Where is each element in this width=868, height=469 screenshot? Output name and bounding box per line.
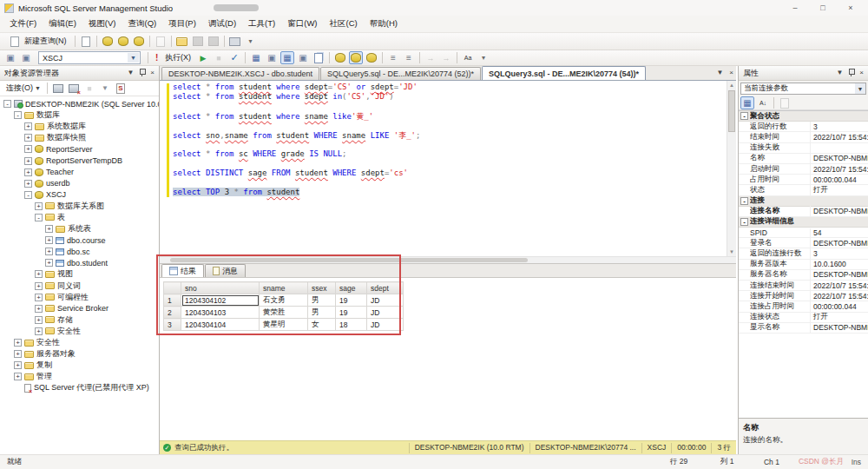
property-row[interactable]: 返回的行数 3 xyxy=(739,122,868,132)
save-all-icon[interactable] xyxy=(207,35,220,48)
tree-expander[interactable]: + xyxy=(35,327,43,335)
row-number[interactable]: 3 xyxy=(164,319,181,331)
property-value[interactable]: DESKTOP-NBME2IK xyxy=(811,154,868,162)
editor-line[interactable]: select * from student where sname like'黄… xyxy=(173,111,725,121)
profiler-icon[interactable] xyxy=(114,82,128,95)
toolbar-overflow-icon[interactable] xyxy=(477,51,490,64)
tree-expander[interactable]: + xyxy=(45,225,53,233)
close-document-icon[interactable]: × xyxy=(729,69,733,76)
estimated-plan-icon[interactable] xyxy=(249,51,263,64)
tree-expander[interactable]: + xyxy=(24,122,32,130)
property-row[interactable]: 状态 打开 xyxy=(739,185,868,195)
property-value[interactable]: DESKTOP-NBME2IK xyxy=(811,323,868,332)
property-row[interactable]: 结束时间 2022/10/7 15:54:08 xyxy=(739,132,868,142)
editor-line[interactable] xyxy=(173,178,725,188)
sql-editor[interactable]: select * from student where sdept='CS' o… xyxy=(160,81,736,256)
tree-item[interactable]: - 表 xyxy=(0,212,159,223)
section-expander[interactable]: - xyxy=(740,197,748,205)
window-menu-icon[interactable]: ▼ xyxy=(836,69,843,76)
menu-item[interactable]: 文件(F) xyxy=(3,18,43,30)
document-tab[interactable]: DESKTOP-NBME2IK.XSCJ - dbo.student xyxy=(161,67,319,80)
tree-item[interactable]: + 数据库快照 xyxy=(0,132,159,143)
tree-item[interactable]: + 存储 xyxy=(0,314,159,326)
tree-expander[interactable]: - xyxy=(24,191,32,199)
results-to-grid-icon[interactable] xyxy=(349,51,363,64)
cell-sno[interactable]: 1204304103 xyxy=(181,307,260,319)
connect-server-icon[interactable] xyxy=(51,82,65,95)
parse-check-icon[interactable] xyxy=(227,51,241,64)
tree-item[interactable]: + 复制 xyxy=(0,360,159,371)
tree-expander[interactable]: + xyxy=(14,373,22,380)
property-row[interactable]: 占用时间 00:00:00.044 xyxy=(739,175,868,185)
tree-expander[interactable]: + xyxy=(35,305,43,313)
messages-tab[interactable]: 消息 xyxy=(205,264,246,277)
results-to-text-icon[interactable] xyxy=(333,51,347,64)
property-row[interactable]: 连接状态 打开 xyxy=(739,313,868,323)
property-value[interactable]: 2022/10/7 15:54:08 xyxy=(811,133,868,142)
tree-item[interactable]: + ReportServer xyxy=(0,143,159,155)
cell-sname[interactable]: 石文勇 xyxy=(260,294,308,307)
tree-item[interactable]: + 系统表 xyxy=(0,223,159,234)
tree-item[interactable]: - 数据库 xyxy=(0,109,159,121)
print-icon[interactable] xyxy=(228,35,242,48)
scrollbar-thumb[interactable] xyxy=(170,258,528,262)
copy-icon[interactable] xyxy=(154,35,168,48)
new-query-button[interactable]: 新建查询(N) xyxy=(3,34,71,49)
decrease-indent-icon[interactable] xyxy=(424,51,437,64)
editor-line[interactable] xyxy=(173,102,725,111)
tree-item[interactable]: - DESKTOP-NBME2IK (SQL Server 10.0.160 xyxy=(0,98,159,109)
menu-item[interactable]: 工具(T) xyxy=(242,18,281,30)
tree-item[interactable]: + 可编程性 xyxy=(0,292,159,303)
chevron-down-icon[interactable]: ▼ xyxy=(855,83,865,94)
row-number[interactable]: 2 xyxy=(164,307,181,319)
close-icon[interactable]: × xyxy=(150,69,155,76)
menu-item[interactable]: 帮助(H) xyxy=(364,18,404,30)
tree-expander[interactable]: + xyxy=(14,339,22,347)
property-value[interactable]: 2022/10/7 15:54:08 xyxy=(811,281,868,290)
client-statistics-icon[interactable] xyxy=(312,51,326,64)
menu-item[interactable]: 窗口(W) xyxy=(281,18,323,30)
tree-expander[interactable]: + xyxy=(35,282,43,290)
query-designer-icon[interactable] xyxy=(265,51,279,64)
property-value[interactable]: 54 xyxy=(811,228,868,237)
property-row[interactable]: - 连接详细信息 xyxy=(739,217,868,228)
tree-expander[interactable]: + xyxy=(35,316,43,324)
property-row[interactable]: 连接名称 DESKTOP-NBME2IK xyxy=(739,207,868,217)
tree-item[interactable]: + 系统数据库 xyxy=(0,121,159,132)
tree-item[interactable]: + dbo.sc xyxy=(0,246,159,257)
tree-expander[interactable]: + xyxy=(45,259,53,267)
editor-line[interactable]: select sno,sname from student WHERE snam… xyxy=(173,130,725,140)
tree-item[interactable]: + dbo.student xyxy=(0,257,159,268)
tree-expander[interactable]: + xyxy=(14,350,22,358)
tree-item[interactable]: + 服务器对象 xyxy=(0,348,159,360)
stop-icon[interactable] xyxy=(82,82,96,95)
menu-item[interactable]: 视图(V) xyxy=(82,18,122,30)
tree-item[interactable]: + 安全性 xyxy=(0,337,159,348)
tree-item[interactable]: + 视图 xyxy=(0,268,159,280)
filter-icon[interactable] xyxy=(98,82,112,95)
tree-expander[interactable]: + xyxy=(45,248,53,255)
tree-expander[interactable]: - xyxy=(3,100,11,108)
property-row[interactable]: 连接开始时间 2022/10/7 15:54:08 xyxy=(739,291,868,301)
property-value[interactable]: 2022/10/7 15:54:08 xyxy=(811,165,868,174)
corner-header[interactable] xyxy=(164,282,181,294)
property-row[interactable]: 连接失败 xyxy=(739,143,868,154)
menu-item[interactable]: 项目(P) xyxy=(162,18,202,30)
tree-item[interactable]: + Teacher xyxy=(0,167,159,178)
column-header[interactable]: sage xyxy=(336,282,367,294)
cell-ssex[interactable]: 男 xyxy=(308,307,336,319)
pin-icon[interactable] xyxy=(139,69,145,77)
close-icon[interactable]: × xyxy=(859,69,864,76)
tree-item[interactable]: SQL Server 代理(已禁用代理 XP) xyxy=(0,382,159,393)
tree-item[interactable]: + ReportServerTempDB xyxy=(0,155,159,166)
cell-sdept[interactable]: JD xyxy=(367,307,404,319)
tree-expander[interactable]: + xyxy=(14,361,22,369)
maximize-button[interactable]: □ xyxy=(809,0,837,16)
editor-line[interactable]: select * from sc WHERE grade IS NULL; xyxy=(173,149,725,159)
property-value[interactable]: DESKTOP-NBME2IK xyxy=(811,239,868,248)
tree-expander[interactable]: + xyxy=(24,157,32,165)
menu-item[interactable]: 查询(Q) xyxy=(122,18,162,30)
registered-servers-icon[interactable] xyxy=(19,51,33,64)
property-value[interactable]: 10.0.1600 xyxy=(811,260,868,268)
property-row[interactable]: 显示名称 DESKTOP-NBME2IK xyxy=(739,323,868,334)
